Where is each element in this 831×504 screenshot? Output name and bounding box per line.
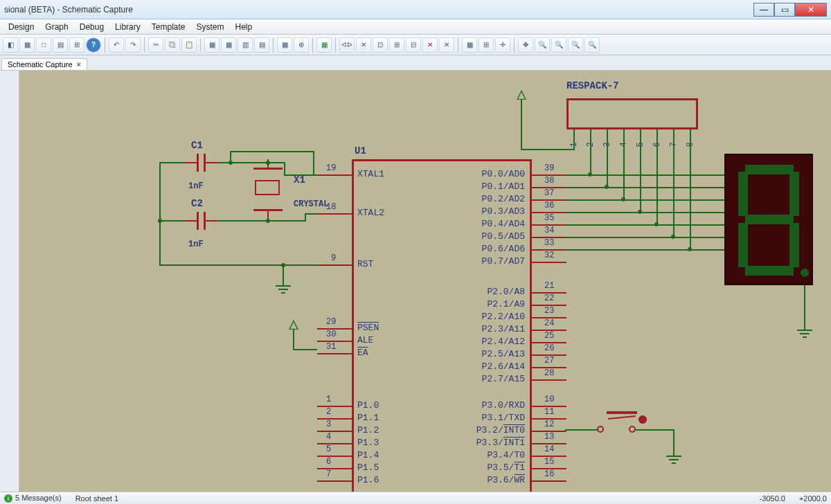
zoom-out-button[interactable]: 🔍 [551,37,566,53]
pin-label: P2.5/A13 [19,349,528,359]
pin-num: 35 [544,213,554,223]
pin-label: P2.6/A14 [19,361,528,372]
pin-num: 33 [544,238,554,248]
pin-num: 14 [544,444,554,454]
side-panel [0,71,19,492]
pin-num: 38 [544,176,554,186]
pin-num: 24 [544,318,554,328]
tab-label: Schematic Capture [8,60,73,69]
divider [458,37,458,53]
tool-board[interactable]: ▦ [316,37,332,53]
tool-f[interactable]: ⊕ [294,37,309,53]
status-coord-x: -3050.0 [760,494,785,503]
pin-num: 25 [544,331,554,341]
pin-label: P2.4/A12 [19,336,528,347]
tool-g[interactable]: ᐊᐅ [339,37,355,53]
tool-j[interactable]: ⊞ [389,37,404,53]
menu-debug[interactable]: Debug [74,21,109,33]
c1-label: C1 [191,140,203,151]
tool-b[interactable]: ▦ [221,37,236,53]
tool-d[interactable]: ▤ [254,37,269,53]
tool-m[interactable]: ✕ [439,37,454,53]
c2-label: C2 [191,198,203,209]
cut-button[interactable]: ✂ [148,37,163,53]
tool-2[interactable]: ▦ [19,37,35,53]
pin-label: P0.2/AD2 [19,194,528,204]
tool-a[interactable]: ▦ [204,37,220,53]
maximize-button[interactable]: ▭ [774,3,795,17]
main-area: U1 19 XTAL1 18 XTAL2 9 RST 29PSEN30ALE31… [0,71,831,492]
status-coord-y: +2000.0 [799,494,827,503]
pin-num: 39 [544,163,554,173]
window-title: sional (BETA) - Schematic Capture [4,5,133,15]
pin-label: P2.2/A10 [19,312,528,322]
zoom-in-button[interactable]: 🔍 [535,37,550,53]
pin-num: 36 [544,201,554,210]
info-icon: i [4,494,12,503]
pin-label: P2.3/A11 [19,324,528,334]
switch-terminal[interactable] [597,426,604,433]
pin-num: 13 [544,432,554,442]
minimize-button[interactable]: — [753,3,774,17]
divider [105,37,105,53]
pin-num: 10 [544,395,554,404]
menu-system[interactable]: System [190,21,229,33]
switch-terminal[interactable] [629,426,636,433]
divider [200,37,201,53]
menu-design[interactable]: Design [3,21,39,33]
tab-close-icon[interactable]: × [77,60,81,69]
pin-label: P3.6/WR [19,475,528,485]
tool-pan[interactable]: ✥ [518,37,533,53]
tool-help-icon[interactable]: ? [86,37,101,53]
tool-o[interactable]: ✛ [495,37,510,53]
window-controls: — ▭ ✕ [753,3,827,17]
divider [514,37,515,53]
pin-num: 32 [544,251,554,260]
pin-num: 34 [544,226,554,235]
tool-h[interactable]: ✕ [356,37,371,53]
close-button[interactable]: ✕ [795,3,827,17]
pin-num: 12 [544,420,554,429]
seven-segment-display[interactable] [724,154,813,285]
tool-grid[interactable]: ⊞ [479,37,494,53]
canvas[interactable]: U1 19 XTAL1 18 XTAL2 9 RST 29PSEN30ALE31… [19,71,831,492]
tool-l[interactable]: ✕ [422,37,438,53]
tool-n[interactable]: ▦ [462,37,477,53]
divider [335,37,336,53]
redo-button[interactable]: ↷ [125,37,141,53]
pin-label: P0.6/AD6 [19,244,528,254]
paste-button[interactable]: 📋 [181,37,197,53]
titlebar: sional (BETA) - Schematic Capture — ▭ ✕ [0,0,831,19]
tool-k[interactable]: ⊟ [406,37,421,53]
divider [273,37,274,53]
pin-num: 23 [544,306,554,316]
tool-4[interactable]: ▤ [53,37,68,53]
respack[interactable] [566,98,698,129]
tab-row: Schematic Capture × [0,55,831,71]
tool-c[interactable]: ▥ [238,37,253,53]
tool-e[interactable]: ▦ [277,37,292,53]
pin-num: 15 [544,457,554,467]
x1-value: CRYSTAL [294,199,328,209]
status-messages[interactable]: i5 Message(s) [4,494,62,503]
menu-library[interactable]: Library [109,21,146,33]
tool-i[interactable]: ⊡ [373,37,388,53]
zoom-fit-button[interactable]: 🔍 [568,37,583,53]
copy-button[interactable]: ⿻ [165,37,180,53]
tool-1[interactable]: ◧ [3,37,18,53]
u1-label: U1 [355,145,366,156]
tab-schematic[interactable]: Schematic Capture × [1,58,87,70]
status-sheet: Root sheet 1 [75,494,118,503]
pin-label: P3.4/T0 [19,450,528,460]
menu-graph[interactable]: Graph [39,21,73,33]
pin-num: 27 [544,356,554,366]
c1-value: 1nF [188,181,204,191]
tool-5[interactable]: ⊞ [69,37,84,53]
pin-label: P3.2/INT0 [19,425,528,435]
zoom-area-button[interactable]: 🔍 [584,37,600,53]
menu-help[interactable]: Help [230,21,258,33]
switch-actuator[interactable] [638,415,647,424]
tool-3[interactable]: □ [36,37,51,53]
undo-button[interactable]: ↶ [109,37,124,53]
menu-template[interactable]: Template [146,21,191,33]
